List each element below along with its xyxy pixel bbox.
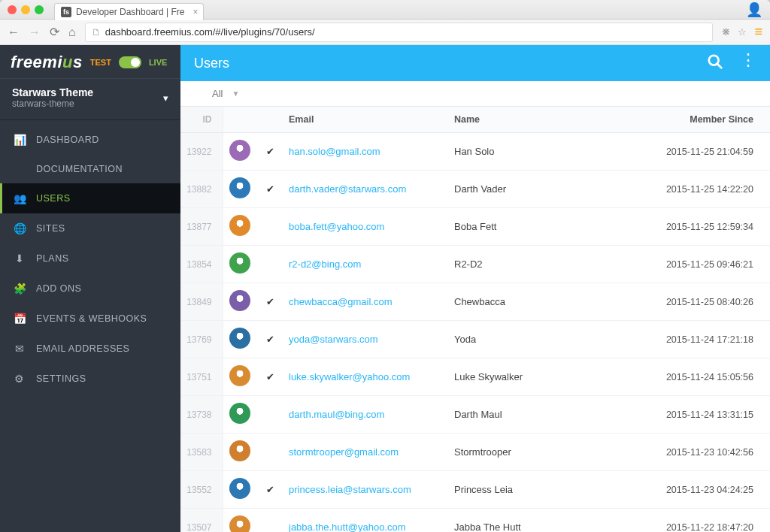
cell-name: Jabba The Hutt <box>448 509 642 533</box>
cell-member-since: 2015-11-24 13:31:15 <box>642 396 770 434</box>
cell-verified <box>257 434 283 471</box>
browser-tab[interactable]: fs Developer Dashboard | Fre × <box>54 3 204 20</box>
users-icon: 👥 <box>14 192 26 204</box>
browser-window: fs Developer Dashboard | Fre × 👤 ← → ⟳ ⌂… <box>0 0 770 532</box>
page-title: Users <box>194 56 229 71</box>
col-member-since[interactable]: Member Since <box>642 107 770 133</box>
check-icon: ✔ <box>266 296 274 307</box>
url-input[interactable]: 🗋 dashboard.freemius.com/#/live/plugins/… <box>85 23 714 42</box>
cell-id: 13507 <box>180 509 223 533</box>
cell-id: 13583 <box>180 434 223 471</box>
sidebar-item-add-ons[interactable]: 🧩ADD ONS <box>0 274 180 304</box>
cell-member-since: 2015-11-22 18:47:20 <box>642 509 770 533</box>
avatar <box>229 515 250 532</box>
live-label: LIVE <box>149 58 167 67</box>
env-toggle[interactable] <box>119 56 141 68</box>
chevron-down-icon: ▼ <box>232 89 239 98</box>
browser-menu-icon[interactable]: ≡ <box>754 24 762 40</box>
cell-verified <box>257 509 283 533</box>
col-id[interactable]: ID <box>180 107 223 133</box>
table-row[interactable]: 13583stormtrooper@gmail.comStormtrooper2… <box>180 434 770 471</box>
reload-button[interactable]: ⟳ <box>50 25 59 39</box>
sidebar-item-label: DOCUMENTATION <box>36 164 123 174</box>
forward-button[interactable]: → <box>29 26 41 39</box>
cell-id: 13769 <box>180 321 223 358</box>
check-icon: ✔ <box>266 371 274 382</box>
email-link[interactable]: princess.leia@starwars.com <box>289 484 411 495</box>
sidebar-item-label: PLANS <box>36 253 69 264</box>
email-link[interactable]: luke.skywalker@yahoo.com <box>289 371 410 382</box>
cell-name: R2-D2 <box>448 246 642 283</box>
email-link[interactable]: han.solo@gmail.com <box>289 146 380 157</box>
cell-member-since: 2015-11-25 08:40:26 <box>642 283 770 321</box>
cell-avatar <box>223 133 257 171</box>
sidebar-item-sites[interactable]: 🌐SITES <box>0 213 180 243</box>
sidebar-item-documentation[interactable]: DOCUMENTATION <box>0 155 180 183</box>
cell-name: Luke Skywalker <box>448 358 642 396</box>
maximize-window-button[interactable] <box>35 5 44 14</box>
table-row[interactable]: 13552✔princess.leia@starwars.comPrincess… <box>180 471 770 509</box>
sidebar-item-label: SITES <box>36 223 65 234</box>
cell-name: Boba Fett <box>448 208 642 246</box>
cell-verified: ✔ <box>257 471 283 509</box>
table-row[interactable]: 13922✔han.solo@gmail.comHan Solo2015-11-… <box>180 133 770 171</box>
col-email[interactable]: Email <box>283 107 448 133</box>
filter-bar[interactable]: All ▼ <box>180 81 770 107</box>
email-link[interactable]: darth.vader@starwars.com <box>289 183 406 195</box>
table-row[interactable]: 13882✔darth.vader@starwars.comDarth Vade… <box>180 171 770 208</box>
table-row[interactable]: 13769✔yoda@starwars.comYoda2015-11-24 17… <box>180 321 770 358</box>
incognito-icon: 👤 <box>746 2 762 18</box>
back-button[interactable]: ← <box>8 26 20 39</box>
cell-member-since: 2015-11-25 21:04:59 <box>642 133 770 171</box>
cell-email: princess.leia@starwars.com <box>283 471 448 509</box>
cell-name: Chewbacca <box>448 283 642 321</box>
table-row[interactable]: 13849✔chewbacca@gmail.comChewbacca2015-1… <box>180 283 770 321</box>
email-link[interactable]: yoda@starwars.com <box>289 334 378 345</box>
window-controls <box>8 5 44 14</box>
check-icon: ✔ <box>266 484 274 495</box>
avatar <box>229 403 250 424</box>
home-button[interactable]: ⌂ <box>68 26 76 39</box>
project-slug: starwars-theme <box>12 98 93 109</box>
email-link[interactable]: boba.fett@yahoo.com <box>289 221 384 232</box>
email-link[interactable]: jabba.the.hutt@yahoo.com <box>289 521 406 532</box>
table-row[interactable]: 13751✔luke.skywalker@yahoo.comLuke Skywa… <box>180 358 770 396</box>
cell-verified: ✔ <box>257 358 283 396</box>
minimize-window-button[interactable] <box>21 5 30 14</box>
sidebar-item-email-addresses[interactable]: ✉EMAIL ADDRESSES <box>0 334 180 364</box>
email-link[interactable]: stormtrooper@gmail.com <box>289 446 399 458</box>
sidebar-item-events-webhooks[interactable]: 📅EVENTS & WEBHOOKS <box>0 304 180 334</box>
table-row[interactable]: 13507jabba.the.hutt@yahoo.comJabba The H… <box>180 509 770 533</box>
sidebar-item-settings[interactable]: ⚙SETTINGS <box>0 364 180 394</box>
cell-verified <box>257 246 283 283</box>
cell-member-since: 2015-11-25 12:59:34 <box>642 208 770 246</box>
sidebar-item-plans[interactable]: ⬇PLANS <box>0 243 180 274</box>
table-row[interactable]: 13738darth.maul@bing.comDarth Maul2015-1… <box>180 396 770 434</box>
extension-icon[interactable]: ❋ <box>722 26 730 38</box>
globe-icon: 🌐 <box>14 222 26 234</box>
cell-email: luke.skywalker@yahoo.com <box>283 358 448 396</box>
cell-avatar <box>223 471 257 509</box>
sidebar-item-users[interactable]: 👥USERS <box>0 183 180 213</box>
address-bar: ← → ⟳ ⌂ 🗋 dashboard.freemius.com/#/live/… <box>0 20 770 45</box>
bookmark-icon[interactable]: ☆ <box>738 26 747 38</box>
table-wrap[interactable]: ID Email Name Member Since 13922✔han.sol… <box>180 107 770 532</box>
sidebar-item-dashboard[interactable]: 📊DASHBOARD <box>0 125 180 155</box>
tab-title: Developer Dashboard | Fre <box>76 7 185 17</box>
email-link[interactable]: chewbacca@gmail.com <box>289 296 392 307</box>
cell-name: Han Solo <box>448 133 642 171</box>
project-name: Starwars Theme <box>12 86 93 98</box>
cell-email: yoda@starwars.com <box>283 321 448 358</box>
more-menu-icon[interactable]: ⋮ <box>740 53 756 74</box>
email-link[interactable]: r2-d2@bing.com <box>289 258 361 270</box>
cell-name: Darth Vader <box>448 171 642 208</box>
close-window-button[interactable] <box>8 5 17 14</box>
table-row[interactable]: 13854r2-d2@bing.comR2-D22015-11-25 09:46… <box>180 246 770 283</box>
col-name[interactable]: Name <box>448 107 642 133</box>
search-icon[interactable] <box>707 53 723 74</box>
envelope-icon: ✉ <box>14 343 26 355</box>
project-selector[interactable]: Starwars Theme starwars-theme ▾ <box>0 78 180 120</box>
close-tab-icon[interactable]: × <box>193 7 199 17</box>
table-row[interactable]: 13877boba.fett@yahoo.comBoba Fett2015-11… <box>180 208 770 246</box>
email-link[interactable]: darth.maul@bing.com <box>289 409 384 420</box>
